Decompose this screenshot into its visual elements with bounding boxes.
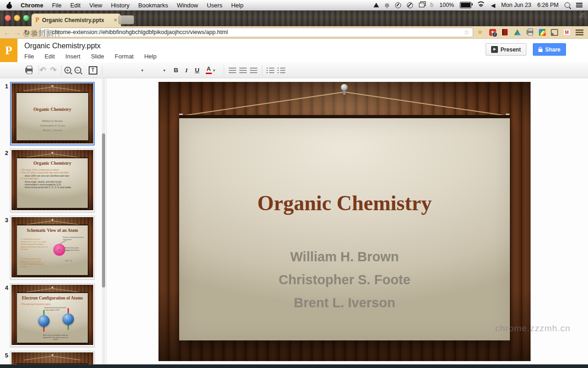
wifi-icon[interactable] [477,1,485,9]
home-button[interactable]: ⌂ [33,29,37,36]
drive-status-icon[interactable] [373,1,379,9]
slide-thumbnail-panel: 1 Organic Chemistry William H. Brown Chr… [0,78,107,368]
menubar-date: Mon Jun 23 [501,2,531,8]
menubar-item-bookmarks[interactable]: Bookmarks [138,2,168,9]
space-label: Extranuclear space containing electrons [65,247,86,251]
bullet-list-button[interactable] [276,63,287,78]
tab-close-icon[interactable]: × [113,17,117,23]
reload-button[interactable]: ↻ [24,29,30,36]
share-button[interactable]: Share [533,43,566,56]
numbered-list-button[interactable] [265,63,276,78]
zoom-out-button[interactable]: − [73,63,83,78]
menubar-item-history[interactable]: History [111,2,129,9]
text-box-button[interactable]: T [87,63,99,78]
italic-button[interactable]: I [181,63,192,78]
redo-button[interactable]: ↷ [48,63,58,78]
align-right-button[interactable] [248,63,259,78]
slide-number: 3 [2,216,8,279]
menubar-item-view[interactable]: View [89,2,102,9]
slide-surface[interactable]: Organic Chemistry William H. Brown Chris… [179,115,510,340]
lock-icon [538,49,543,52]
star-extension-icon[interactable]: ★ [476,29,484,36]
battery-icon[interactable] [460,1,471,9]
menubar-item-file[interactable]: File [52,2,62,9]
notifications-bell-icon[interactable] [385,1,389,9]
menubar-item-users[interactable]: Users [207,2,222,9]
gmail-extension-icon[interactable]: M [563,29,571,36]
document-title[interactable]: Organic Chemistry.pptx [24,42,101,50]
underline-button[interactable]: U [192,63,202,78]
forward-button[interactable]: → [14,29,21,36]
screenshot-extension-icon[interactable] [538,29,546,36]
editor-content: 1 Organic Chemistry William H. Brown Chr… [0,78,588,368]
menubar-item-chrome[interactable]: Chrome [21,2,43,9]
arrow-down [43,327,45,332]
slide-number: 1 [2,82,8,145]
editor-toolbar: ↶ ↷ + − T ▾ ▾ B I U A ▾ [0,63,588,78]
dictionary-extension-icon[interactable] [501,29,509,36]
thumb-slide-title: Schematic View of an Atom [17,228,88,233]
compass-status-icon[interactable] [395,1,401,9]
thumbnail-scrollbar [102,78,105,364]
zoom-in-button[interactable]: + [62,63,73,78]
print-extension-icon[interactable] [526,29,533,36]
minimize-window-button[interactable] [14,15,20,21]
menu-help[interactable]: Help [144,53,157,60]
drive-extension-icon[interactable] [514,29,521,36]
slide-thumbnail-1[interactable]: Organic Chemistry William H. Brown Chris… [10,82,95,145]
chrome-menu-icon[interactable] [576,29,583,35]
scrollbar-thumb[interactable] [102,133,105,288]
volume-icon[interactable]: ◀ [491,1,495,9]
menubar-item-help[interactable]: Help [231,2,243,9]
slide-thumbnail-3[interactable]: Schematic View of an Atom • a small dens… [10,216,95,279]
window-resize-grip[interactable] [580,12,586,18]
close-window-button[interactable] [5,15,11,21]
font-family-dropdown[interactable]: ▾ [105,63,143,78]
slide-thumbnail-4[interactable]: Electron Configuration of Atoms • The pa… [10,283,95,347]
present-button[interactable]: Present [486,43,526,56]
tab-title: Organic Chemistry.pptx [42,17,104,23]
thumb-bullet: • The pairing of electron spins [20,303,51,305]
bold-button[interactable]: B [171,63,181,78]
current-slide[interactable]: Organic Chemistry William H. Brown Chris… [158,82,531,361]
menubar-time: 6:26 PM [537,2,559,8]
apple-menu-icon[interactable] [6,2,12,9]
slide-thumbnail-2[interactable]: Organic Chemistry • The study of the com… [10,149,95,212]
electron-sphere [38,315,50,327]
windows-status-icon[interactable] [419,1,424,9]
url-text: chrome-extension://ehibbfinohgbchlgdbfpi… [52,29,228,35]
bluetooth-icon[interactable]: ƀ [430,1,434,9]
chromecast-icon[interactable] [551,29,558,36]
app-header: P Organic Chemistry.pptx File Edit Inser… [0,39,588,63]
slide-canvas-area: Organic Chemistry William H. Brown Chris… [107,78,588,368]
align-left-button[interactable] [227,63,237,78]
print-button[interactable] [24,63,34,78]
font-size-dropdown[interactable]: ▾ [147,63,165,78]
window-bottom-strip [0,364,588,368]
menubar-item-edit[interactable]: Edit [70,2,80,9]
app-menu-bar: File Edit Insert Slide Format Help [24,53,157,60]
menu-insert[interactable]: Insert [65,53,80,60]
bookmark-star-icon[interactable]: ☆ [464,29,469,36]
spin-note-bottom: When their tiny magnetic fields are alig… [41,334,70,341]
menu-slide[interactable]: Slide [91,53,104,60]
menu-edit[interactable]: Edit [45,53,55,60]
back-button[interactable]: ← [4,29,11,36]
menubar-item-window[interactable]: Window [177,2,198,9]
thumb-bullet: • a small dense nucleus, diameter 10⁻¹⁴–… [21,238,48,251]
menu-format[interactable]: Format [115,53,134,60]
zoom-window-button[interactable] [23,15,29,21]
new-tab-button[interactable] [119,15,134,24]
notification-center-icon[interactable] [576,1,582,9]
do-not-disturb-icon[interactable] [407,1,413,9]
align-center-button[interactable] [237,63,248,78]
slide-authors-textbox[interactable]: William H. Brown Christopher S. Foote Br… [179,245,510,314]
browser-tab[interactable]: P Organic Chemistry.pptx × [31,13,121,26]
address-bar-input[interactable]: chrome-extension://ehibbfinohgbchlgdbfpi… [40,28,473,37]
slide-title-textbox[interactable]: Organic Chemistry [179,191,510,215]
password-extension-icon[interactable]: * 7 [489,29,496,36]
undo-button[interactable]: ↶ [38,63,48,78]
text-color-button[interactable]: A ▾ [204,63,216,78]
spotlight-search-icon[interactable] [565,1,570,9]
menu-file[interactable]: File [24,53,34,60]
